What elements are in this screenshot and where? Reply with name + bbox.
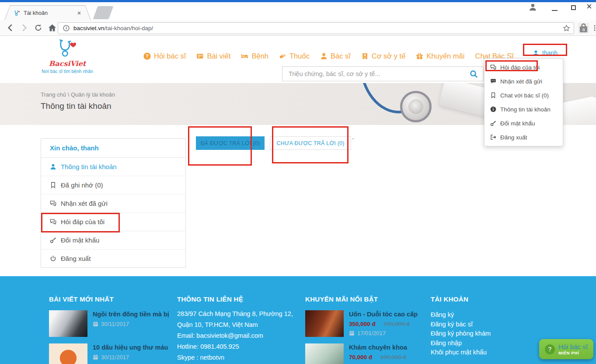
menu-item-hoi-dap-cua-toi[interactable]: Hỏi đáp của tôi: [484, 60, 563, 74]
menu-item-doi-mat-khau[interactable]: Đổi mật khẩu: [484, 116, 563, 130]
promo-price: 350,000 đ: [349, 321, 376, 327]
window-minimize-button[interactable]: [552, 10, 558, 11]
back-button[interactable]: [6, 23, 15, 32]
nav-item-bai-viet[interactable]: Bài viết: [196, 52, 230, 60]
promo-title[interactable]: Uốn - Duỗi tóc cao cấp: [349, 310, 418, 318]
url-path: /tai-khoan/hoi-dap/: [105, 25, 153, 31]
menu-item-label: Hỏi đáp của tôi: [500, 64, 540, 71]
home-button[interactable]: [48, 23, 57, 32]
sidebar-item-hoi-dap-cua-toi[interactable]: Hỏi đáp của tôi: [41, 213, 185, 231]
menu-item-label: Nhận xét đã gửi: [500, 78, 542, 85]
page-info-icon[interactable]: [63, 25, 70, 31]
search-input[interactable]: [282, 70, 470, 77]
tab-answered[interactable]: ĐÃ ĐƯỢC TRẢ LỜI (0): [196, 136, 265, 150]
footer-promo-item[interactable]: Khám chuyên khoa 70,000 đ 100,000 đ: [305, 343, 428, 364]
sign-out-icon: [490, 134, 496, 140]
nav-item-hoi-bac-si[interactable]: ? Hỏi bác sĩ: [143, 52, 186, 60]
bed-icon: [241, 52, 248, 60]
nav-item-bac-si[interactable]: Bác sĩ: [320, 52, 351, 60]
reload-button[interactable]: [34, 24, 42, 32]
site-logo[interactable]: BacsiViet Nơi bác sĩ tìm bệnh nhân: [38, 38, 96, 74]
hospital-icon: [361, 52, 369, 60]
footer-column-title: KHUYẾN MÃI NỔI BẬT: [305, 295, 378, 303]
browser-tab[interactable]: Tài khoản: [4, 5, 91, 20]
footer-post-item[interactable]: 10 dấu hiệu ung thư máu 30/11/2017: [49, 343, 171, 364]
breadcrumb-current: Quản lý tài khoản: [71, 91, 115, 98]
comments-icon: [50, 218, 56, 225]
contact-email: Email: bacsivietok@gmail.com: [177, 330, 293, 341]
window-maximize-button[interactable]: [571, 5, 576, 10]
sidebar-item-da-ghi-nho[interactable]: Đã ghi nhớ (0): [41, 176, 185, 194]
promo-date: 17/01/2017: [357, 330, 386, 336]
user-menu-trigger[interactable]: thanh: [533, 49, 558, 56]
key-icon: [50, 237, 56, 243]
footer-latest-posts: BÀI VIẾT MỚI NHẤT Ngồi trên đống tiền mà…: [49, 276, 171, 364]
menu-item-dang-xuat[interactable]: Đăng xuất: [484, 130, 563, 144]
site-favicon-icon: [14, 10, 20, 16]
footer-post-item[interactable]: Ngồi trên đống tiền mà bị 30/11/2017: [49, 310, 171, 337]
browser-tab-title: Tài khoản: [24, 10, 73, 16]
contact-hotline: Hotline: 0981.405.925: [177, 341, 293, 352]
search-icon[interactable]: [470, 70, 478, 78]
sidebar-greeting: Xin chào, thanh: [41, 139, 185, 158]
sidebar-item-doi-mat-khau[interactable]: Đổi mật khẩu: [41, 231, 185, 250]
footer-promotions: KHUYẾN MÃI NỔI BẬT Uốn - Duỗi tóc cao cấ…: [305, 276, 428, 364]
footer-link-khoi-phuc-mat-khau[interactable]: Khôi phục mật khẩu: [431, 348, 491, 357]
site-search: [282, 66, 484, 81]
browser-profile-icon[interactable]: [529, 3, 537, 11]
user-name: thanh: [542, 49, 558, 56]
promo-thumbnail[interactable]: [305, 343, 344, 364]
post-thumbnail[interactable]: [49, 343, 87, 364]
footer-link-dang-nhap[interactable]: Đăng nhập: [431, 339, 491, 348]
question-circle-icon: ?: [545, 344, 555, 354]
promo-title[interactable]: Khám chuyên khoa: [349, 343, 407, 351]
sidebar-item-thong-tin-tai-khoan[interactable]: Thông tin tài khoản: [41, 158, 185, 176]
footer-link-dang-ky-bac-si[interactable]: Đăng ký bác sĩ: [431, 320, 491, 329]
post-date: 30/11/2017: [101, 321, 129, 327]
calendar-icon: [93, 321, 98, 327]
post-title[interactable]: 10 dấu hiệu ung thư máu: [93, 343, 168, 351]
main-navigation: ? Hỏi bác sĩ Bài viết Bệnh Thuốc Bác sĩ …: [143, 49, 514, 63]
tab-unanswered[interactable]: CHƯA ĐƯỢC TRẢ LỜI (0): [270, 136, 351, 150]
extension-icon[interactable]: a: [578, 23, 589, 34]
stethoscope-photo-decoration: [400, 91, 432, 122]
menu-item-nhan-xet-da-gui[interactable]: Nhận xét đã gửi: [484, 74, 563, 88]
nav-item-thuoc[interactable]: Thuốc: [279, 52, 310, 60]
newspaper-icon: [196, 52, 204, 60]
promo-old-price: 700,000 đ: [383, 321, 410, 327]
post-title[interactable]: Ngồi trên đống tiền mà bị: [93, 310, 169, 318]
bookmark-icon: [490, 92, 496, 98]
promo-thumbnail[interactable]: [305, 310, 344, 337]
nav-item-co-so-y-te[interactable]: Cơ sở y tế: [361, 52, 406, 60]
nav-label: Bệnh: [251, 52, 268, 60]
breadcrumb-home[interactable]: Trang chủ: [41, 91, 66, 98]
user-icon: [533, 50, 539, 56]
comment-filled-icon: [490, 78, 496, 84]
address-bar[interactable]: bacsiviet.vn /tai-khoan/hoi-dap/: [58, 22, 574, 34]
menu-item-chat-voi-bac-si[interactable]: Chat với bác sĩ (0): [484, 88, 563, 102]
nav-item-benh[interactable]: Bệnh: [241, 52, 268, 60]
forward-button[interactable]: [20, 23, 29, 32]
ask-doctor-float-button[interactable]: ? Hỏi bác sĩ MIỄN PHÍ: [539, 339, 593, 359]
browser-menu-icon[interactable]: [591, 23, 596, 33]
footer-link-dang-ky[interactable]: Đăng ký: [431, 310, 491, 320]
menu-item-thong-tin-tai-khoan[interactable]: Thông tin tài khoản: [484, 102, 563, 116]
bookmark-star-icon[interactable]: [563, 24, 570, 32]
menu-item-label: Chat với bác sĩ (0): [500, 92, 549, 99]
footer-promo-item[interactable]: Uốn - Duỗi tóc cao cấp 350,000 đ 700,000…: [305, 310, 428, 337]
tab-close-icon[interactable]: [77, 10, 82, 16]
stray-dot-decoration: [352, 138, 354, 139]
sidebar-item-nhan-xet-da-gui[interactable]: Nhận xét đã gửi: [41, 194, 185, 213]
svg-text:?: ?: [146, 53, 149, 59]
contact-address-line: Quận 10, TP.HCM, Việt Nam: [177, 319, 293, 330]
float-button-sublabel: MIỄN PHÍ: [558, 350, 588, 355]
footer-link-dang-ky-phong-kham[interactable]: Đăng ký phòng khám: [431, 329, 491, 339]
window-close-button[interactable]: ×: [586, 1, 592, 12]
sidebar-item-dang-xuat[interactable]: Đăng xuất: [41, 250, 185, 267]
power-icon: [50, 255, 56, 262]
contact-address-line: 283/97 Cách Mạng Tháng 8, Phường 12,: [177, 309, 293, 319]
post-thumbnail[interactable]: [49, 310, 87, 337]
logo-name: BacsiViet: [38, 59, 96, 68]
page-title: Thông tin tài khoản: [41, 101, 112, 111]
nav-item-khuyen-mai[interactable]: Khuyến mãi: [416, 52, 464, 60]
